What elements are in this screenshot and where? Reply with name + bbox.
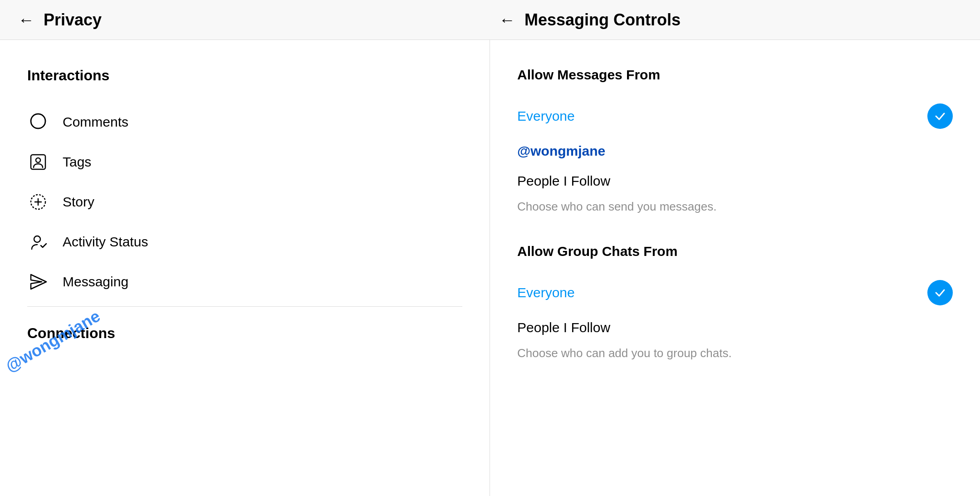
allow-messages-helper: Choose who can send you messages.: [517, 196, 953, 221]
right-panel-header: ← Messaging Controls: [490, 10, 962, 29]
privacy-title: Privacy: [44, 10, 102, 29]
left-panel-header: ← Privacy: [18, 10, 490, 29]
nav-item-messaging[interactable]: Messaging: [27, 262, 462, 302]
nav-item-story[interactable]: Story: [27, 182, 462, 222]
allow-group-chats-title: Allow Group Chats From: [517, 244, 953, 259]
option-row-everyone-msg[interactable]: Everyone: [517, 96, 953, 136]
connections-heading: Connections: [27, 325, 462, 342]
everyone-msg-check: [927, 103, 953, 129]
allow-messages-title: Allow Messages From: [517, 67, 953, 83]
activity-status-label: Activity Status: [63, 234, 148, 250]
tags-label: Tags: [63, 154, 91, 170]
allow-group-chats-section: Allow Group Chats From Everyone People I…: [517, 244, 953, 368]
tag-person-icon: [27, 151, 49, 173]
allow-messages-section: Allow Messages From Everyone @wongmjane …: [517, 67, 953, 221]
main-content: Interactions Comments Tags: [0, 40, 980, 496]
messaging-controls-title: Messaging Controls: [524, 10, 681, 29]
option-row-people-follow-msg[interactable]: People I Follow: [517, 166, 953, 196]
option-row-wongmjane-msg[interactable]: @wongmjane: [517, 136, 953, 166]
comment-bubble-icon: [27, 111, 49, 133]
right-panel: Allow Messages From Everyone @wongmjane …: [490, 40, 980, 496]
privacy-back-button[interactable]: ←: [18, 10, 34, 29]
option-row-everyone-grp[interactable]: Everyone: [517, 273, 953, 313]
check-person-icon: [27, 231, 49, 253]
comments-label: Comments: [63, 114, 128, 130]
left-divider: [27, 306, 462, 307]
svg-marker-8: [31, 275, 46, 289]
option-row-people-follow-grp[interactable]: People I Follow: [517, 313, 953, 343]
nav-item-activity-status[interactable]: Activity Status: [27, 222, 462, 262]
send-arrow-icon: [27, 271, 49, 293]
messaging-back-button[interactable]: ←: [499, 10, 515, 29]
allow-group-chats-helper: Choose who can add you to group chats.: [517, 343, 953, 368]
everyone-grp-check: [927, 280, 953, 305]
everyone-grp-label[interactable]: Everyone: [517, 285, 575, 300]
people-follow-grp-label[interactable]: People I Follow: [517, 320, 610, 335]
top-header: ← Privacy ← Messaging Controls: [0, 0, 980, 40]
people-follow-msg-label[interactable]: People I Follow: [517, 173, 610, 189]
interactions-heading: Interactions: [27, 67, 462, 84]
nav-item-comments[interactable]: Comments: [27, 102, 462, 142]
everyone-msg-label[interactable]: Everyone: [517, 108, 575, 124]
left-panel: Interactions Comments Tags: [0, 40, 490, 496]
svg-point-7: [34, 236, 40, 242]
story-label: Story: [63, 194, 94, 210]
nav-item-tags[interactable]: Tags: [27, 142, 462, 182]
wongmjane-msg-label[interactable]: @wongmjane: [517, 143, 605, 159]
svg-point-1: [31, 114, 45, 128]
messaging-label: Messaging: [63, 274, 128, 290]
svg-point-3: [36, 158, 40, 162]
add-circle-icon: [27, 191, 49, 213]
